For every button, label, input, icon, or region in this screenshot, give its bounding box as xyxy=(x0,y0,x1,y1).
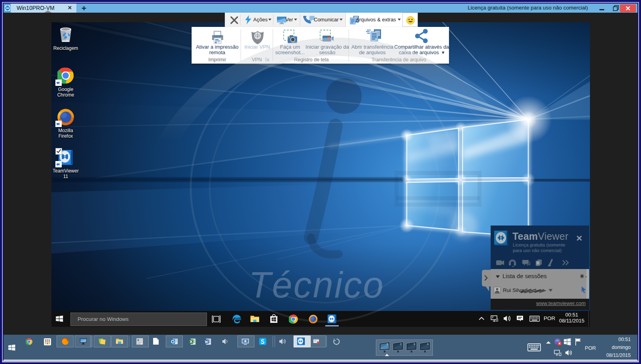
svg-text:4: 4 xyxy=(427,342,429,346)
svg-text:1: 1 xyxy=(387,342,389,346)
svg-text:2: 2 xyxy=(400,342,402,346)
svg-text:3: 3 xyxy=(413,342,415,346)
